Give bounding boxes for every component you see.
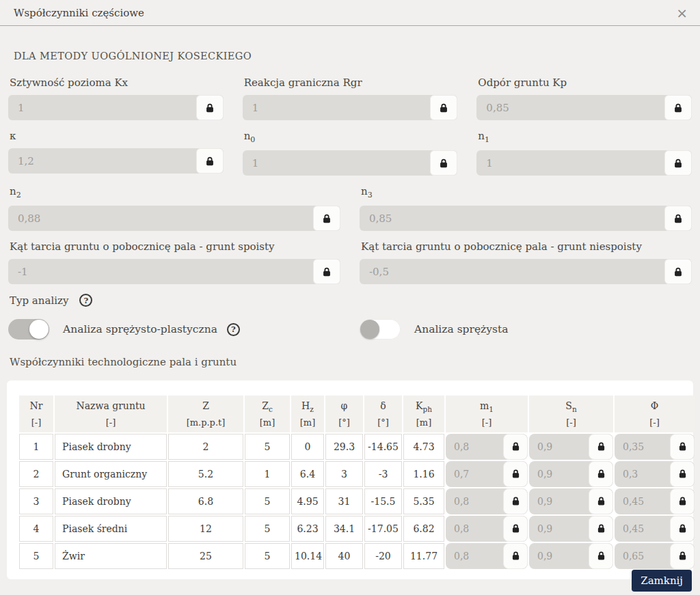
- field-n0-input-group: [243, 150, 458, 176]
- sn-input[interactable]: [529, 543, 589, 569]
- field-kx: Sztywność pozioma Kx: [8, 77, 224, 120]
- lock-icon[interactable]: [589, 461, 613, 487]
- lock-icon[interactable]: [670, 488, 695, 514]
- field-n2-input[interactable]: [8, 206, 313, 231]
- soil-table-header-row: Nr[-] Nazwa gruntu[-] Z[m.p.p.t] Zc[m] H…: [19, 396, 695, 432]
- sn-input[interactable]: [529, 461, 589, 487]
- lock-icon[interactable]: [670, 461, 695, 487]
- field-kp: Odpór gruntu Kp: [476, 77, 692, 120]
- lock-icon[interactable]: [503, 434, 528, 460]
- field-friction-noncohesive-input[interactable]: [360, 259, 664, 284]
- field-row-2: κ n0 n1: [8, 130, 692, 176]
- lock-icon[interactable]: [664, 259, 692, 284]
- field-friction-cohesive-input[interactable]: [8, 259, 313, 284]
- toggle-elastic[interactable]: [360, 319, 401, 340]
- toggle-elastic-plastic-label: Analiza sprężysto-plastyczna ?: [63, 323, 240, 336]
- field-rgr-input-group: [243, 95, 458, 120]
- field-row-4: Kąt tarcia gruntu o pobocznicę pala - gr…: [8, 240, 692, 284]
- m1-input[interactable]: [446, 488, 503, 514]
- lock-icon[interactable]: [196, 148, 224, 174]
- help-icon[interactable]: ?: [79, 294, 92, 307]
- m1-input-group: [446, 516, 528, 542]
- m1-input[interactable]: [446, 543, 503, 569]
- lock-icon[interactable]: [664, 206, 692, 231]
- cell-z: 6.8: [168, 488, 243, 514]
- cell-z: 2: [168, 434, 243, 460]
- lock-icon[interactable]: [589, 488, 613, 514]
- lock-icon[interactable]: [664, 150, 692, 176]
- field-row-3: n2 n3: [8, 185, 692, 231]
- table-row: 3 Piasek drobny 6.8 5 4.95 31 -15.5 5.35: [19, 488, 695, 514]
- table-row: 4 Piasek średni 12 5 6.23 34.1 -17.05 6.…: [19, 516, 695, 542]
- cell-delta: -15.5: [364, 488, 402, 514]
- lock-icon[interactable]: [589, 516, 613, 542]
- field-n0-label: n0: [244, 130, 458, 144]
- lock-icon[interactable]: [503, 461, 528, 487]
- field-friction-cohesive-label: Kąt tarcia gruntu o pobocznicę pala - gr…: [10, 240, 340, 253]
- toggle-elastic-label: Analiza sprężysta: [414, 323, 508, 335]
- sn-input[interactable]: [529, 516, 589, 542]
- lock-icon[interactable]: [313, 206, 340, 231]
- lock-icon[interactable]: [589, 543, 613, 569]
- cell-kph: 1.16: [403, 461, 444, 487]
- cell-m1: [446, 461, 528, 487]
- phi-tech-input[interactable]: [615, 488, 670, 514]
- field-row-1: Sztywność pozioma Kx Reakcja graniczna R…: [8, 77, 692, 120]
- phi-tech-input[interactable]: [615, 543, 670, 569]
- close-icon[interactable]: ×: [676, 6, 688, 20]
- field-n1-input[interactable]: [476, 150, 664, 176]
- cell-m1: [446, 434, 528, 460]
- field-kp-input-group: [476, 95, 692, 120]
- cell-kph: 11.77: [403, 543, 444, 569]
- cell-m1: [446, 516, 528, 542]
- field-n0: n0: [243, 130, 458, 176]
- lock-icon[interactable]: [430, 150, 457, 176]
- analysis-toggles: Analiza sprężysto-plastyczna ? Analiza s…: [8, 319, 692, 340]
- cell-zc: 5: [245, 434, 290, 460]
- phi-tech-input[interactable]: [615, 461, 670, 487]
- phi-tech-input[interactable]: [615, 516, 670, 542]
- cell-zc: 5: [245, 488, 290, 514]
- field-kappa-label: κ: [10, 130, 224, 142]
- cell-phi-tech: [615, 543, 695, 569]
- col-header-nr: Nr[-]: [19, 396, 53, 432]
- zamknij-button[interactable]: Zamknij: [632, 570, 692, 592]
- cell-m1: [446, 488, 528, 514]
- lock-icon[interactable]: [589, 434, 613, 460]
- m1-input[interactable]: [446, 516, 503, 542]
- lock-icon[interactable]: [430, 95, 457, 120]
- field-kx-input[interactable]: [8, 95, 196, 120]
- field-kappa-input[interactable]: [8, 148, 196, 174]
- lock-icon[interactable]: [503, 516, 528, 542]
- toggle-elastic-plastic[interactable]: [8, 319, 49, 340]
- m1-input[interactable]: [446, 461, 503, 487]
- sn-input[interactable]: [529, 488, 589, 514]
- lock-icon[interactable]: [670, 543, 695, 569]
- field-kp-input[interactable]: [476, 95, 664, 120]
- cell-phi: 34.1: [325, 516, 363, 542]
- phi-tech-input[interactable]: [615, 434, 670, 460]
- m1-input-group: [446, 461, 528, 487]
- m1-input[interactable]: [446, 434, 503, 460]
- lock-icon[interactable]: [670, 516, 695, 542]
- col-header-delta: δ[°]: [364, 396, 402, 432]
- col-header-hz: Hz[m]: [291, 396, 324, 432]
- field-n3-input[interactable]: [360, 206, 664, 231]
- m1-input-group: [446, 543, 528, 569]
- cell-z: 5.2: [168, 461, 243, 487]
- field-rgr-input[interactable]: [243, 95, 431, 120]
- lock-icon[interactable]: [664, 95, 692, 120]
- cell-nr: 5: [19, 543, 53, 569]
- lock-icon[interactable]: [313, 259, 340, 284]
- sn-input[interactable]: [529, 434, 589, 460]
- field-n0-input[interactable]: [243, 150, 431, 176]
- help-icon[interactable]: ?: [227, 323, 240, 336]
- lock-icon[interactable]: [503, 543, 528, 569]
- field-n1: n1: [476, 130, 692, 176]
- lock-icon[interactable]: [196, 95, 224, 120]
- cell-hz: 4.95: [291, 488, 324, 514]
- lock-icon[interactable]: [503, 488, 528, 514]
- lock-icon[interactable]: [670, 434, 695, 460]
- field-n2: n2: [8, 185, 340, 231]
- cell-phi: 29.3: [325, 434, 363, 460]
